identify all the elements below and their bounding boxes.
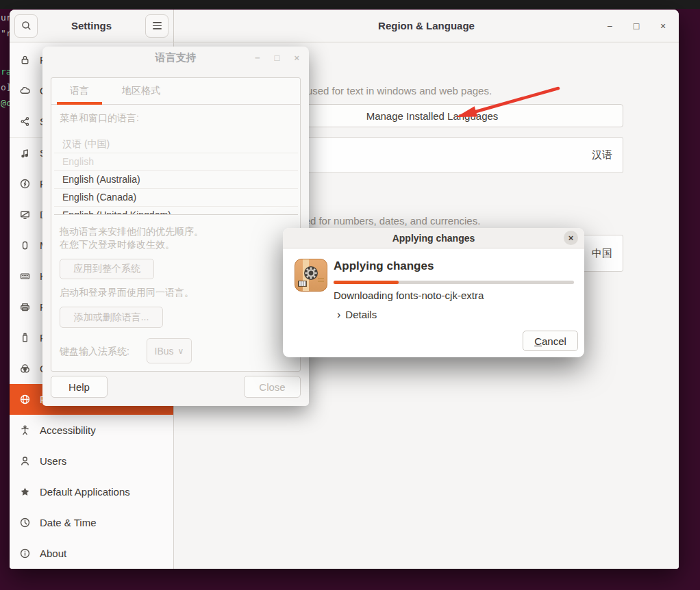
sidebar-item-label: Users — [40, 455, 66, 467]
language-priority-list: 汉语 (中国)EnglishEnglish (Australia)English… — [54, 136, 298, 215]
accessibility-icon — [19, 424, 31, 436]
ime-dropdown[interactable]: IBus ∨ — [147, 338, 192, 363]
sidebar-item-label: Accessibility — [40, 424, 96, 436]
language-list-item[interactable]: English (United Kingdom) — [54, 207, 298, 215]
close-icon[interactable]: × — [657, 21, 669, 31]
search-icon — [21, 20, 32, 31]
tab-regional-formats[interactable]: 地区格式 — [108, 78, 174, 104]
sidebar-item-label: About — [40, 548, 66, 559]
terminal-text-fragment: ra — [1, 66, 10, 77]
color-icon — [19, 363, 31, 374]
chevron-down-icon: ∨ — [178, 346, 184, 356]
cancel-button[interactable]: Cancel — [523, 331, 578, 351]
formats-value: 中国 — [592, 247, 612, 260]
ime-label: 键盘输入法系统: — [60, 346, 129, 358]
maximize-icon[interactable]: □ — [275, 53, 280, 63]
dialog-title: 语言支持 — [155, 51, 197, 64]
sidebar-item-about[interactable]: About — [10, 538, 173, 569]
dialog-window-controls: − □ × — [255, 47, 299, 68]
keyboard-icon — [19, 270, 31, 282]
dialog-title: Applying changes — [392, 233, 475, 244]
drag-hint: 拖动语言来安排他们的优先顺序。 — [60, 226, 203, 238]
language-value: 汉语 — [592, 149, 612, 162]
mouse-icon — [19, 240, 31, 251]
progress-bar — [334, 281, 574, 284]
language-support-notebook: 语言 地区格式 菜单和窗口的语言: 汉语 (中国)EnglishEnglish … — [51, 77, 301, 372]
tab-bar: 语言 地区格式 — [51, 78, 300, 105]
language-list-item[interactable]: English — [54, 153, 298, 171]
share-icon — [19, 116, 31, 127]
tab-language[interactable]: 语言 — [57, 78, 102, 104]
sidebar-item-date-time[interactable]: Date & Time — [10, 507, 173, 538]
menu-icon — [153, 22, 162, 29]
sidebar-item-label: Default Applications — [40, 486, 130, 498]
desktop: ur"rrao]@c Settings Region & Language − — [0, 0, 700, 590]
sidebar-item-accessibility[interactable]: Accessibility — [10, 415, 173, 446]
software-package-icon — [295, 259, 327, 292]
sidebar-item-default-applications[interactable]: Default Applications — [10, 476, 173, 507]
usb-icon — [19, 332, 31, 344]
language-support-dialog: 语言支持 − □ × 语言 地区格式 菜单和窗口的语言: 汉语 (中国)Engl… — [42, 47, 309, 406]
language-support-titlebar: 语言支持 − □ × — [42, 47, 309, 68]
terminal-text-fragment: "r — [1, 28, 10, 38]
search-button[interactable] — [14, 14, 38, 38]
terminal-text-fragment: o] — [1, 82, 10, 92]
language-list-item[interactable]: English (Canada) — [54, 189, 298, 207]
power-icon — [19, 178, 31, 190]
printer-icon — [19, 301, 31, 313]
globe-icon — [19, 394, 31, 405]
language-list-item[interactable]: English (Australia) — [54, 171, 298, 189]
help-button[interactable]: Help — [51, 376, 108, 398]
close-icon[interactable]: × — [294, 53, 299, 63]
window-controls: − □ × — [603, 10, 669, 42]
note-icon — [19, 147, 31, 159]
sidebar-item-users[interactable]: Users — [10, 446, 173, 476]
chevron-right-icon: › — [337, 309, 340, 320]
headerbar: Settings Region & Language − □ × — [10, 10, 679, 42]
close-dialog-button[interactable]: × — [564, 231, 578, 245]
apply-system-wide-button[interactable]: 应用到整个系统 — [60, 259, 154, 279]
add-remove-languages-button[interactable]: 添加或删除语言... — [60, 307, 163, 328]
close-button[interactable]: Close — [244, 376, 301, 398]
info-icon — [19, 548, 31, 559]
details-expander[interactable]: › Details — [337, 309, 377, 320]
display-icon — [19, 209, 31, 220]
star-icon — [19, 486, 31, 498]
download-status: Downloading fonts-noto-cjk-extra — [334, 290, 484, 301]
language-list-item[interactable]: 汉语 (中国) — [54, 136, 298, 153]
apply-hint: 启动和登录界面使用同一语言。 — [60, 287, 194, 299]
cloud-icon — [19, 85, 31, 97]
terminal-text-fragment: @c — [1, 98, 10, 108]
headerbar-left: Settings — [10, 10, 174, 42]
menu-language-label: 菜单和窗口的语言: — [60, 112, 139, 125]
terminal-text-fragment: ur — [1, 12, 10, 23]
applying-changes-titlebar: Applying changes × — [283, 228, 584, 248]
app-title: Settings — [38, 20, 145, 31]
headerbar-right: Region & Language − □ × — [174, 10, 679, 42]
minimize-icon[interactable]: − — [603, 21, 616, 31]
ime-value: IBus — [155, 346, 174, 357]
primary-menu-button[interactable] — [145, 14, 168, 38]
desktop-top-bar — [0, 0, 700, 9]
maximize-icon[interactable]: □ — [630, 21, 642, 31]
lock-icon — [19, 54, 31, 66]
close-icon: × — [568, 233, 574, 243]
applying-changes-dialog: Applying changes × Applying changes Down… — [283, 228, 584, 357]
sidebar-item-label: Date & Time — [40, 517, 97, 528]
progress-fill — [334, 281, 399, 284]
clock-icon — [19, 517, 31, 528]
login-hint: 在您下次登录时修改生效。 — [60, 239, 175, 251]
applying-changes-heading: Applying changes — [334, 259, 434, 273]
user-icon — [19, 455, 31, 467]
minimize-icon[interactable]: − — [255, 53, 260, 63]
